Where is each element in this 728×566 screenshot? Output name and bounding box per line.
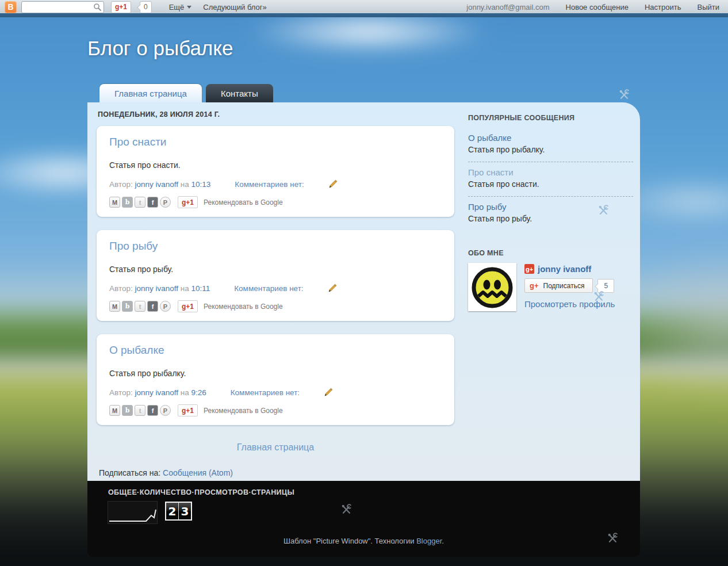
new-post-link[interactable]: Новое сообщение bbox=[566, 3, 629, 12]
share-pinterest-icon[interactable]: P bbox=[160, 405, 171, 416]
about-me-widget: ОБО МНЕ bbox=[468, 249, 633, 311]
share-facebook-icon[interactable]: f bbox=[147, 301, 158, 312]
date-header: ПОНЕДЕЛЬНИК, 28 ИЮЛЯ 2014 Г. bbox=[98, 110, 454, 118]
share-pinterest-icon[interactable]: P bbox=[160, 197, 171, 208]
timestamp-link[interactable]: 10:11 bbox=[191, 284, 210, 293]
edit-post-icon[interactable] bbox=[328, 179, 338, 189]
share-twitter-icon[interactable]: t bbox=[135, 405, 145, 416]
navbar-more-menu[interactable]: Ещё bbox=[169, 3, 192, 12]
share-blogthis-icon[interactable]: b bbox=[122, 405, 133, 416]
follower-count-badge: 5 bbox=[597, 279, 614, 293]
edit-post-icon[interactable] bbox=[324, 388, 333, 397]
next-blog-link[interactable]: Следующий блог» bbox=[203, 3, 266, 12]
share-email-icon[interactable]: M bbox=[109, 301, 120, 312]
recommend-label: Рекомендовать в Google bbox=[204, 303, 283, 311]
tab-bar: Главная страница Контакты bbox=[99, 84, 273, 102]
popular-post-item: Про снасти Статья про снасти. bbox=[468, 162, 633, 197]
footer: ОБЩЕЕ·КОЛИЧЕСТВО·ПРОСМОТРОВ·СТРАНИЦЫ 2 3… bbox=[87, 481, 640, 557]
more-label: Ещё bbox=[169, 3, 185, 12]
page-title[interactable]: Блог о рыбалке bbox=[87, 37, 233, 60]
feed-subscribe: Подписаться на: Сообщения (Atom) bbox=[99, 468, 454, 477]
author-label: Автор: bbox=[109, 284, 135, 293]
plusone-button[interactable]: g+1 bbox=[178, 300, 198, 312]
user-email: jonny.ivanoff@gmail.com bbox=[466, 3, 549, 12]
popular-post-item: О рыбалке Статья про рыбалку. bbox=[468, 128, 633, 162]
share-blogthis-icon[interactable]: b bbox=[122, 197, 133, 208]
profile-name-link[interactable]: jonny ivanoff bbox=[538, 264, 591, 274]
author-link[interactable]: jonny ivanoff bbox=[135, 284, 178, 293]
sidebar: ПОПУЛЯРНЫЕ СООБЩЕНИЯ О рыбалке Статья пр… bbox=[468, 106, 633, 477]
timestamp-link[interactable]: 9:26 bbox=[191, 388, 206, 397]
gplus-badge-icon: g+ bbox=[524, 264, 534, 274]
navbar-plusone-button[interactable]: g+1 bbox=[111, 1, 131, 13]
post-body: Статья про снасти. bbox=[109, 160, 442, 170]
timestamp-link[interactable]: 10:13 bbox=[191, 180, 210, 189]
post-title-link[interactable]: Про снасти bbox=[109, 136, 442, 148]
quick-edit-pages-icon[interactable] bbox=[618, 89, 630, 101]
on-label: на bbox=[178, 180, 191, 189]
signout-link[interactable]: Выйти bbox=[698, 3, 720, 12]
share-facebook-icon[interactable]: f bbox=[147, 197, 158, 208]
post-card: Про рыбу Статья про рыбу. Автор: jonny i… bbox=[97, 230, 454, 321]
gplus-icon: g+ bbox=[530, 281, 539, 290]
attribution-text: Шаблон "Picture Window". Технологии bbox=[283, 537, 416, 545]
recommend-label: Рекомендовать в Google bbox=[204, 407, 283, 415]
post-card: Про снасти Статья про снасти. Автор: jon… bbox=[97, 126, 454, 217]
share-twitter-icon[interactable]: t bbox=[135, 301, 145, 312]
quick-edit-stats-icon[interactable] bbox=[340, 504, 352, 515]
blog-pager: Главная страница bbox=[97, 442, 454, 453]
author-label: Автор: bbox=[109, 180, 135, 189]
share-row: M b t f P g+1 Рекомендовать в Google bbox=[109, 196, 442, 208]
post-meta: Автор: jonny ivanoff на 10:11 Комментари… bbox=[109, 284, 442, 293]
about-me-title: ОБО МНЕ bbox=[468, 249, 633, 257]
follow-label: Подписаться bbox=[543, 282, 585, 290]
edit-post-icon[interactable] bbox=[328, 284, 337, 293]
share-blogthis-icon[interactable]: b bbox=[122, 301, 133, 312]
blogger-link[interactable]: Blogger bbox=[416, 537, 442, 545]
author-link[interactable]: jonny ivanoff bbox=[135, 388, 178, 397]
pageviews-counter: 2 3 bbox=[165, 502, 192, 521]
popular-post-link[interactable]: О рыбалке bbox=[468, 133, 633, 143]
avatar bbox=[468, 263, 516, 311]
plusone-button[interactable]: g+1 bbox=[178, 404, 198, 416]
quick-edit-popular-icon[interactable] bbox=[597, 205, 609, 216]
popular-post-link[interactable]: Про снасти bbox=[468, 167, 633, 177]
pageviews-sparkline bbox=[108, 502, 157, 523]
tab-home[interactable]: Главная страница bbox=[99, 84, 202, 102]
content-area: ПОНЕДЕЛЬНИК, 28 ИЮЛЯ 2014 Г. Про снасти … bbox=[87, 102, 640, 481]
plusone-button[interactable]: g+1 bbox=[178, 196, 198, 208]
pager-home-link[interactable]: Главная страница bbox=[237, 442, 314, 452]
popular-post-snippet: Статья про рыбалку. bbox=[468, 145, 633, 154]
popular-posts-title: ПОПУЛЯРНЫЕ СООБЩЕНИЯ bbox=[468, 114, 633, 122]
post-meta: Автор: jonny ivanoff на 9:26 Комментарие… bbox=[109, 388, 442, 397]
post-title-link[interactable]: О рыбалке bbox=[109, 344, 442, 357]
subscribe-label: Подписаться на: bbox=[99, 468, 163, 477]
share-row: M b t f P g+1 Рекомендовать в Google bbox=[109, 404, 442, 416]
post-body: Статья про рыбу. bbox=[109, 265, 442, 274]
customize-link[interactable]: Настроить bbox=[645, 3, 681, 12]
tab-contacts[interactable]: Контакты bbox=[206, 84, 273, 102]
search-icon[interactable] bbox=[93, 3, 101, 11]
share-email-icon[interactable]: M bbox=[109, 197, 120, 208]
share-pinterest-icon[interactable]: P bbox=[160, 301, 171, 312]
posts-column: ПОНЕДЕЛЬНИК, 28 ИЮЛЯ 2014 Г. Про снасти … bbox=[97, 106, 454, 477]
share-email-icon[interactable]: M bbox=[109, 405, 120, 416]
comments-link[interactable]: Комментариев нет: bbox=[235, 180, 304, 189]
atom-feed-link[interactable]: Сообщения (Atom) bbox=[163, 468, 233, 477]
post-title-link[interactable]: Про рыбу bbox=[109, 240, 442, 253]
comments-link[interactable]: Комментариев нет: bbox=[234, 284, 303, 293]
pageviews-title: ОБЩЕЕ·КОЛИЧЕСТВО·ПРОСМОТРОВ·СТРАНИЦЫ bbox=[108, 488, 640, 496]
blogger-logo-icon[interactable]: B bbox=[5, 1, 17, 13]
gplus-follow-button[interactable]: g+ Подписаться bbox=[524, 278, 593, 293]
share-facebook-icon[interactable]: f bbox=[147, 405, 158, 416]
comments-link[interactable]: Комментариев нет: bbox=[231, 388, 300, 397]
share-twitter-icon[interactable]: t bbox=[135, 197, 145, 208]
author-link[interactable]: jonny ivanoff bbox=[135, 180, 178, 189]
chevron-down-icon bbox=[187, 6, 191, 9]
search-input[interactable] bbox=[21, 1, 104, 13]
quick-edit-attribution-icon[interactable] bbox=[607, 533, 618, 544]
quick-edit-about-icon[interactable] bbox=[593, 291, 604, 303]
counter-digit: 3 bbox=[178, 503, 191, 519]
post-body: Статья про рыбалку. bbox=[109, 369, 442, 378]
on-label: на bbox=[178, 284, 191, 293]
